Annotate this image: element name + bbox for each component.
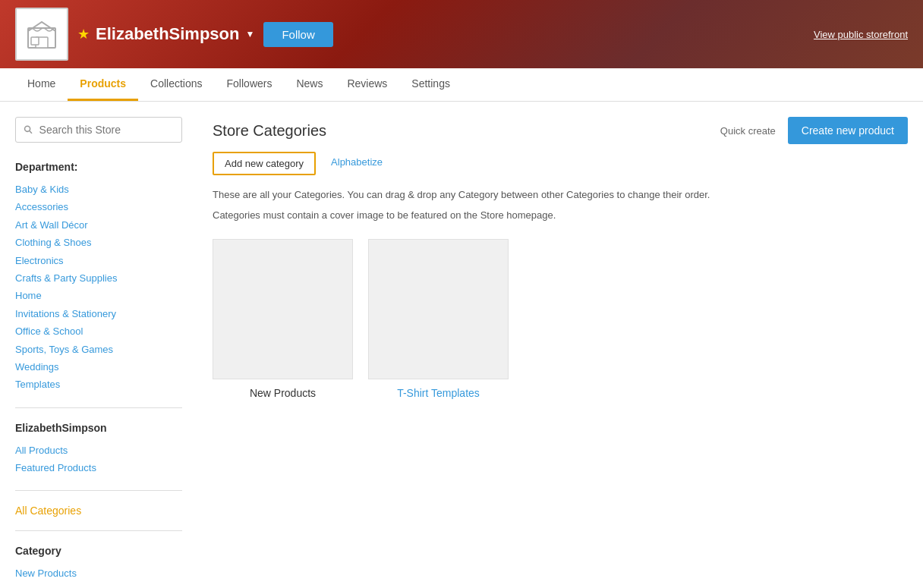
search-input[interactable] bbox=[39, 124, 174, 136]
store-logo bbox=[15, 8, 68, 61]
sidebar-link-tshirt-templates[interactable]: T-Shirt Templates bbox=[15, 583, 182, 588]
category-actions: Add new category Alphabetize bbox=[213, 152, 908, 175]
main-container: Department: Baby & Kids Accessories Art … bbox=[0, 102, 923, 588]
svg-line-4 bbox=[30, 131, 32, 134]
sidebar-link-accessories[interactable]: Accessories bbox=[15, 198, 182, 215]
seller-title: ElizabethSimpson bbox=[15, 422, 182, 434]
sidebar-link-home[interactable]: Home bbox=[15, 287, 182, 304]
dropdown-arrow-icon[interactable]: ▼ bbox=[245, 29, 254, 39]
svg-point-3 bbox=[25, 126, 30, 131]
nav-item-news[interactable]: News bbox=[284, 68, 335, 101]
all-categories-link[interactable]: All Categories bbox=[15, 505, 182, 517]
category-title: Category bbox=[15, 545, 182, 557]
nav-item-reviews[interactable]: Reviews bbox=[335, 68, 399, 101]
follow-button[interactable]: Follow bbox=[263, 22, 332, 47]
header-actions: Quick create Create new product bbox=[720, 117, 908, 144]
category-card-label-new-products: New Products bbox=[250, 387, 316, 399]
sidebar-link-office-school[interactable]: Office & School bbox=[15, 322, 182, 340]
sidebar-link-sports-toys[interactable]: Sports, Toys & Games bbox=[15, 341, 182, 358]
sidebar-link-templates[interactable]: Templates bbox=[15, 376, 182, 393]
sidebar-link-all-products[interactable]: All Products bbox=[15, 442, 182, 459]
category-card-label-tshirt-templates[interactable]: T-Shirt Templates bbox=[397, 387, 480, 399]
sidebar-divider-3 bbox=[15, 530, 182, 531]
nav-item-settings[interactable]: Settings bbox=[399, 68, 462, 101]
category-card-tshirt-templates[interactable]: T-Shirt Templates bbox=[368, 239, 509, 399]
category-image-tshirt-templates bbox=[368, 239, 509, 379]
info-text-1: These are all your Categories. You can d… bbox=[213, 187, 908, 203]
departments-title: Department: bbox=[15, 161, 182, 173]
sidebar-link-featured-products[interactable]: Featured Products bbox=[15, 459, 182, 476]
store-name-area: ★ ElizabethSimpson ▼ bbox=[77, 24, 254, 44]
sidebar: Department: Baby & Kids Accessories Art … bbox=[15, 117, 182, 588]
sidebar-link-baby-kids[interactable]: Baby & Kids bbox=[15, 181, 182, 198]
store-name: ElizabethSimpson bbox=[96, 24, 239, 44]
nav-item-products[interactable]: Products bbox=[68, 68, 138, 101]
sidebar-link-new-products[interactable]: New Products bbox=[15, 564, 182, 582]
sidebar-divider-2 bbox=[15, 490, 182, 491]
content-area: Store Categories Quick create Create new… bbox=[197, 117, 908, 588]
svg-rect-2 bbox=[31, 37, 39, 45]
sidebar-link-art-wall-decor[interactable]: Art & Wall Décor bbox=[15, 216, 182, 234]
nav-item-collections[interactable]: Collections bbox=[138, 68, 214, 101]
sidebar-link-invitations[interactable]: Invitations & Stationery bbox=[15, 305, 182, 322]
store-categories-title: Store Categories bbox=[213, 122, 326, 140]
star-icon: ★ bbox=[77, 26, 90, 42]
sidebar-link-crafts-party[interactable]: Crafts & Party Supplies bbox=[15, 269, 182, 287]
category-image-new-products bbox=[213, 239, 353, 379]
category-card-new-products[interactable]: New Products bbox=[213, 239, 353, 399]
sidebar-divider-1 bbox=[15, 407, 182, 408]
search-icon bbox=[24, 124, 33, 135]
nav-bar: Home Products Collections Followers News… bbox=[0, 68, 923, 102]
alphabetize-link[interactable]: Alphabetize bbox=[328, 152, 386, 175]
info-text-2: Categories must contain a cover image to… bbox=[213, 208, 908, 224]
quick-create-link[interactable]: Quick create bbox=[720, 125, 776, 137]
add-category-button[interactable]: Add new category bbox=[213, 152, 316, 175]
search-box bbox=[15, 117, 182, 143]
categories-grid: New Products T-Shirt Templates bbox=[213, 239, 908, 399]
sidebar-link-clothing-shoes[interactable]: Clothing & Shoes bbox=[15, 234, 182, 251]
content-header: Store Categories Quick create Create new… bbox=[213, 117, 908, 144]
view-storefront-link[interactable]: View public storefront bbox=[814, 29, 908, 40]
sidebar-link-weddings[interactable]: Weddings bbox=[15, 358, 182, 376]
header: ★ ElizabethSimpson ▼ Follow View public … bbox=[0, 0, 923, 68]
sidebar-link-electronics[interactable]: Electronics bbox=[15, 252, 182, 269]
nav-item-followers[interactable]: Followers bbox=[215, 68, 285, 101]
nav-item-home[interactable]: Home bbox=[15, 68, 68, 101]
create-product-button[interactable]: Create new product bbox=[788, 117, 908, 144]
header-left: ★ ElizabethSimpson ▼ Follow bbox=[15, 8, 333, 61]
